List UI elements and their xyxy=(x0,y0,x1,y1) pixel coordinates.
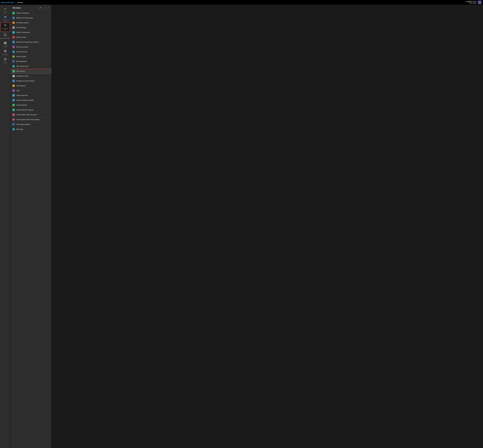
os-disks-icon xyxy=(12,21,15,24)
browse-item-service-health[interactable]: Service health xyxy=(11,54,51,59)
vso-team-icon xyxy=(12,118,15,121)
sql-elastic-pools-label: SQL elastic pools xyxy=(16,65,50,67)
subscriptions-icon xyxy=(12,84,15,87)
browse-item-resource-groups[interactable]: Resource groups xyxy=(11,45,51,49)
new-icon: + xyxy=(4,7,6,11)
sidebar-item-active[interactable]: ACTIVE xyxy=(0,40,10,48)
browse-item-tags[interactable]: Tags xyxy=(11,88,51,93)
home-icon xyxy=(4,16,7,19)
notifications-icon xyxy=(4,33,7,37)
azure-logo[interactable]: Microsoft Azure xyxy=(1,1,14,3)
virtual-networks-classic-icon xyxy=(12,109,15,111)
panel-title: Browse xyxy=(13,7,21,9)
redis-caches-label: Redis Caches xyxy=(16,36,50,38)
search-services-label: Search services xyxy=(16,51,50,53)
sidebar-item-active-label: ACTIVE xyxy=(3,46,8,47)
main-layout: + NEW HOME BROWSE ALL NOTIFICATIONS AC xyxy=(0,5,483,448)
billing-icon xyxy=(4,50,7,53)
service-health-icon xyxy=(12,55,15,58)
browse-item-portal-settings[interactable]: Portal settings xyxy=(11,25,51,30)
sidebar-item-billing-label: BILLING xyxy=(3,54,8,55)
virtual-networks-label: Virtual networks xyxy=(16,104,50,106)
topbar-left: Microsoft Azure > Browse xyxy=(1,1,23,3)
browse-item-network-interfaces[interactable]: Network interfaces xyxy=(11,11,51,16)
sql-servers-label: SQL servers xyxy=(16,70,47,72)
virtual-machines-icon xyxy=(12,94,15,97)
browse-item-search-services[interactable]: Search services xyxy=(11,49,51,54)
browse-item-storage-accounts[interactable]: Storage accounts xyxy=(11,74,51,79)
virtual-machines-classic-label: Virtual machines (classic) xyxy=(16,99,50,101)
browse-item-reserved-ip[interactable]: Reserved IP addresses (classic) xyxy=(11,40,51,45)
browse-item-sql-elastic-pools[interactable]: SQL elastic pools xyxy=(11,64,51,69)
sidebar-item-new-label: NEW xyxy=(4,11,7,13)
user-info: Schijioke-Uche SITECORE xyxy=(466,1,476,4)
portal-settings-label: Portal settings xyxy=(16,27,50,29)
panel-header: Browse 📌 — □ ✕ xyxy=(11,5,51,11)
sidebar-item-help-label: HELP xyxy=(4,62,7,63)
sql-servers-icon xyxy=(12,70,15,72)
virtual-networks-classic-label: Virtual networks (classic) xyxy=(16,109,50,111)
resource-groups-icon xyxy=(12,46,15,48)
close-icon[interactable]: ✕ xyxy=(48,7,49,9)
breadcrumb-separator: > xyxy=(16,1,16,3)
sidebar-item-home-label: HOME xyxy=(3,20,7,21)
storage-accounts-label: Storage accounts xyxy=(16,75,50,77)
browse-item-vso-team[interactable]: Visual Studio Online team project: xyxy=(11,117,51,122)
storage-accounts-classic-label: Storage accounts (classic) xyxy=(16,80,50,82)
svg-point-2 xyxy=(5,34,6,34)
browse-item-virtual-networks[interactable]: Virtual networks xyxy=(11,103,51,108)
storage-accounts-icon xyxy=(12,75,15,77)
search-services-icon xyxy=(12,50,15,53)
reserved-ip-icon xyxy=(12,41,15,43)
browse-item-vso-accounts[interactable]: Visual Studio Online accounts xyxy=(11,112,51,117)
main-content xyxy=(51,5,483,448)
portal-settings-icon xyxy=(12,26,15,29)
minimize-icon[interactable]: — xyxy=(42,7,44,9)
sidebar-item-billing[interactable]: BILLING xyxy=(0,49,10,56)
sql-elastic-pools-icon xyxy=(12,65,15,68)
vm-images-icon xyxy=(12,123,15,126)
storage-accounts-classic-icon xyxy=(12,80,15,82)
sql-servers-more[interactable]: ··· xyxy=(48,70,49,72)
browse-item-sql-databases[interactable]: SQL databases xyxy=(11,59,51,64)
svg-rect-6 xyxy=(5,43,6,44)
panel-controls: 📌 — □ ✕ xyxy=(39,7,49,9)
browse-item-storage-accounts-classic[interactable]: Storage accounts (classic) xyxy=(11,79,51,83)
sidebar-item-home[interactable]: HOME xyxy=(0,14,10,22)
sidebar-item-notifications[interactable]: NOTIFICATIONS xyxy=(0,32,10,40)
sidebar-item-notifications-label: NOTIFICATIONS xyxy=(0,38,10,39)
browse-item-sql-servers[interactable]: SQL servers··· xyxy=(11,69,51,74)
svg-rect-5 xyxy=(4,43,5,44)
browse-item-redis-caches[interactable]: Redis Caches xyxy=(11,35,51,40)
sidebar-item-help[interactable]: HELP xyxy=(0,57,10,64)
browse-item-subscriptions[interactable]: Subscriptions xyxy=(11,83,51,88)
sidebar: + NEW HOME BROWSE ALL NOTIFICATIONS AC xyxy=(0,5,10,448)
browse-item-virtual-machines[interactable]: Virtual machines xyxy=(11,93,51,98)
sidebar-item-browse-all[interactable]: BROWSE ALL xyxy=(0,23,10,32)
tags-icon xyxy=(12,89,15,92)
network-interfaces-icon xyxy=(12,12,15,14)
browse-item-network-security-groups[interactable]: Network security groups xyxy=(11,16,51,20)
browse-item-public-ip[interactable]: Public IP addresses xyxy=(11,30,51,35)
topbar: Microsoft Azure > Browse Schijioke-Uche … xyxy=(0,0,483,5)
virtual-machines-classic-icon xyxy=(12,99,15,102)
browse-item-virtual-machines-classic[interactable]: Virtual machines (classic) xyxy=(11,98,51,103)
maximize-icon[interactable]: □ xyxy=(45,7,46,9)
active-icon xyxy=(4,41,7,45)
redis-caches-icon xyxy=(12,36,15,39)
svg-rect-3 xyxy=(4,42,5,43)
virtual-networks-icon xyxy=(12,104,15,106)
web-apps-icon xyxy=(12,128,15,131)
browse-item-web-apps[interactable]: Web Apps xyxy=(11,127,51,132)
browse-item-virtual-networks-classic[interactable]: Virtual networks (classic) xyxy=(11,108,51,112)
browse-list: Network interfacesNetwork security group… xyxy=(11,11,51,448)
browse-item-os-disks[interactable]: OS disks (classic) xyxy=(11,20,51,25)
pin-icon[interactable]: 📌 xyxy=(39,7,41,9)
sidebar-item-new[interactable]: + NEW xyxy=(0,6,10,14)
sql-databases-icon xyxy=(12,60,15,63)
browse-item-vm-images[interactable]: VM images (classic) xyxy=(11,122,51,127)
vso-team-label: Visual Studio Online team project: xyxy=(16,119,50,120)
virtual-machines-label: Virtual machines xyxy=(16,95,50,96)
reserved-ip-label: Reserved IP addresses (classic) xyxy=(16,41,50,43)
user-org: SITECORE xyxy=(469,2,476,4)
